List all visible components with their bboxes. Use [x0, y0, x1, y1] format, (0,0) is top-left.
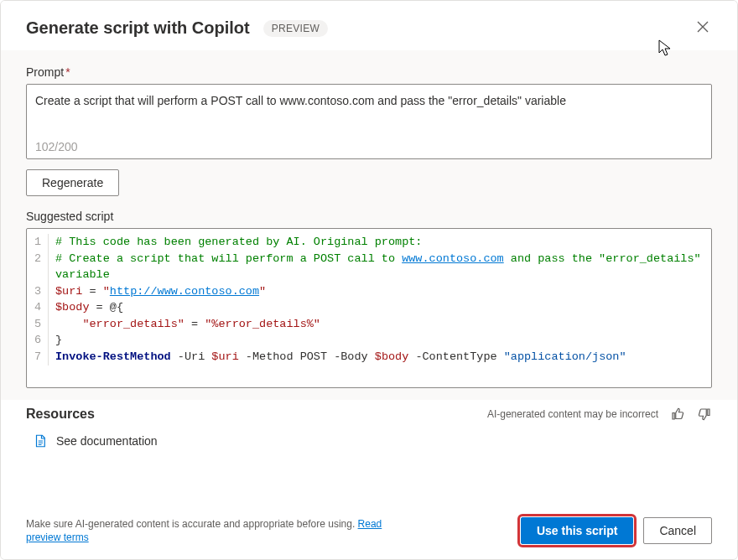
thumbs-down-icon[interactable]: [697, 407, 712, 422]
suggested-script-code[interactable]: 1# This code has been generated by AI. O…: [26, 228, 712, 388]
close-button[interactable]: [694, 18, 712, 39]
footer-disclaimer: Make sure AI-generated content is accura…: [26, 517, 387, 544]
code-line: 7Invoke-RestMethod -Uri $uri -Method POS…: [27, 349, 711, 366]
document-icon: [33, 433, 48, 449]
code-line: 2# Create a script that will perform a P…: [27, 251, 711, 283]
dialog-header: Generate script with Copilot PREVIEW: [1, 1, 737, 50]
cancel-button[interactable]: Cancel: [643, 517, 712, 544]
thumbs-up-icon[interactable]: [670, 407, 685, 422]
see-documentation-link[interactable]: See documentation: [33, 433, 712, 449]
dialog-footer: Make sure AI-generated content is accura…: [1, 506, 737, 559]
code-line: 6}: [27, 332, 711, 349]
code-line: 3$uri = "http://www.contoso.com": [27, 283, 711, 300]
code-line: 5 "error_details" = "%error_details%": [27, 316, 711, 333]
regenerate-button[interactable]: Regenerate: [26, 169, 119, 196]
prompt-input[interactable]: Create a script that will perform a POST…: [26, 84, 712, 159]
ai-disclaimer: AI-generated content may be incorrect: [487, 408, 658, 420]
prompt-char-counter: 102/200: [35, 140, 703, 153]
resources-heading: Resources: [26, 407, 95, 422]
close-icon: [697, 21, 709, 33]
dialog-title: Generate script with Copilot: [26, 18, 250, 38]
suggested-script-label: Suggested script: [26, 210, 712, 223]
prompt-label: Prompt*: [26, 65, 712, 79]
required-indicator: *: [65, 65, 70, 79]
use-this-script-button[interactable]: Use this script: [521, 517, 633, 544]
prompt-text: Create a script that will perform a POST…: [35, 93, 703, 110]
code-line: 1# This code has been generated by AI. O…: [27, 234, 711, 251]
code-line: 4$body = @{: [27, 299, 711, 316]
preview-badge: PREVIEW: [263, 20, 328, 37]
